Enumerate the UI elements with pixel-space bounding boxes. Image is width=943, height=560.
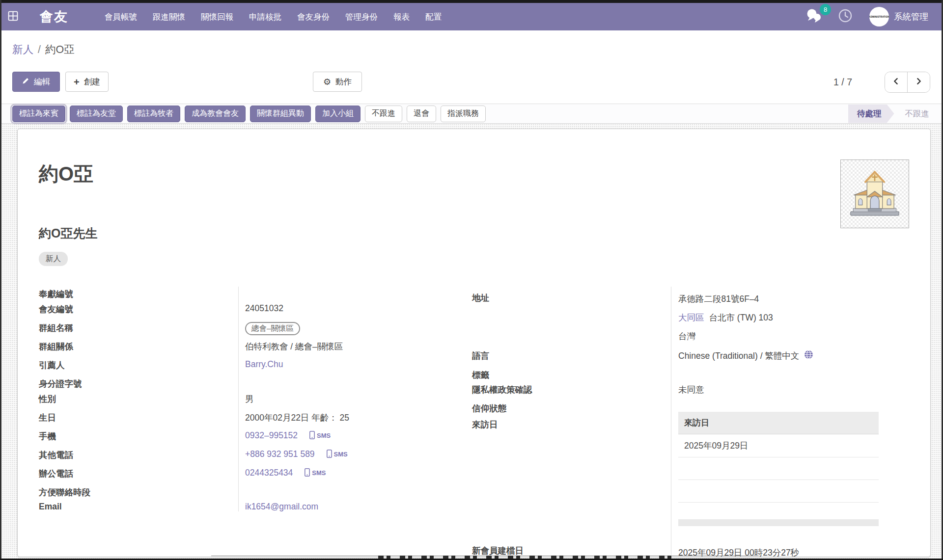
sms-label: SMS (312, 469, 326, 477)
main-menu: 會員帳號 跟進關懷 關懷回報 申請核批 會友身份 管理身份 報表 配置 (97, 3, 449, 30)
breadcrumb-separator: / (38, 44, 41, 55)
record-image[interactable] (840, 160, 909, 228)
assign-duty-button[interactable]: 指派職務 (441, 106, 486, 122)
field-row-email: Email ik1654@gmail.com (39, 502, 471, 520)
navbar-right: 8 ADMINISTRATION 系統管理 (805, 7, 928, 27)
send-sms-button[interactable]: SMS (305, 468, 326, 478)
window-edge-left (0, 0, 1, 560)
field-value: 伯特利教會 / 總會–關懷區 (245, 341, 343, 352)
field-label: 手機 (39, 430, 245, 442)
apps-grid-icon (8, 11, 18, 23)
chat-bubbles-icon (805, 16, 823, 25)
field-label: Email (39, 502, 245, 512)
leave-church-button[interactable]: 退會 (407, 106, 436, 122)
field-row-referrer: 引薦人 Barry.Chu (39, 359, 471, 378)
pager-next-button[interactable] (907, 72, 930, 92)
statusbar-actions: 標註為來賓 標註為友堂 標註為牧者 成為教會會友 關懷群組異動 加入小組 不跟進… (12, 106, 486, 122)
state-no-follow-up[interactable]: 不跟進 (905, 108, 930, 119)
user-avatar[interactable]: ADMINISTRATION (869, 7, 889, 27)
apps-menu-button[interactable] (8, 11, 18, 23)
district-link[interactable]: 大同區 (678, 312, 704, 323)
become-church-member-button[interactable]: 成為教會會友 (185, 106, 246, 122)
top-navbar: 會友 會員帳號 跟進關懷 關懷回報 申請核批 會友身份 管理身份 報表 配置 8 (0, 3, 943, 30)
field-label: 會友編號 (39, 303, 245, 315)
status-badge: 新人 (39, 252, 68, 266)
office-phone-link[interactable]: 0244325434 (245, 468, 293, 478)
messages-count-badge: 8 (820, 4, 831, 15)
other-phone-link[interactable]: +886 932 951 589 (245, 449, 315, 459)
menu-follow-up-care[interactable]: 跟進關懷 (145, 3, 193, 30)
mark-as-guest-button[interactable]: 標註為來賓 (12, 106, 65, 122)
care-group-change-button[interactable]: 關懷群組異動 (250, 106, 311, 122)
action-button[interactable]: ⚙ 動作 (313, 72, 362, 92)
email-link[interactable]: ik1654@gmail.com (245, 502, 318, 512)
privacy-label: 隱私權政策確認 (472, 384, 532, 396)
church-illustration-icon (847, 165, 902, 222)
clock-icon (838, 8, 853, 25)
pencil-icon (22, 77, 29, 86)
field-row-donation-number: 奉獻編號 (39, 288, 471, 303)
control-panel: 新人/約O亞 編輯 + 創建 ⚙ 動作 1 / 7 (0, 30, 943, 104)
send-sms-button[interactable]: SMS (309, 431, 331, 441)
referrer-link[interactable]: Barry.Chu (245, 359, 283, 370)
menu-settings[interactable]: 配置 (417, 3, 449, 30)
pager-counter: 1 / 7 (833, 77, 852, 88)
address-city-line: 大同區 台北市 (TW) 103 (678, 312, 773, 323)
field-value: 2000年02月22日 年齡： 25 (245, 412, 349, 424)
form-statusbar: 標註為來賓 標註為友堂 標註為牧者 成為教會會友 關懷群組異動 加入小組 不跟進… (0, 104, 943, 124)
menu-approvals[interactable]: 申請核批 (241, 3, 289, 30)
field-row-office-phone: 辦公電話 0244325434 SMS (39, 468, 471, 486)
menu-care-report[interactable]: 關懷回報 (193, 3, 241, 30)
statusbar-states: 待處理 不跟進 (848, 105, 929, 123)
visit-table-row-empty[interactable] (678, 480, 879, 503)
field-label: 群組名稱 (39, 322, 245, 334)
menu-member-identity[interactable]: 會友身份 (289, 3, 337, 30)
breadcrumb-parent-link[interactable]: 新人 (12, 44, 33, 55)
field-row-group-name: 群組名稱 總會–關懷區 (39, 322, 471, 341)
edit-button-label: 編輯 (34, 77, 50, 87)
field-label: 性別 (39, 393, 245, 405)
form-sheet: 約O亞 (17, 129, 931, 557)
mobile-phone-link[interactable]: 0932–995152 (245, 430, 298, 441)
tags-label: 標籤 (472, 369, 489, 381)
sms-label: SMS (317, 432, 331, 439)
sms-label: SMS (334, 451, 348, 458)
record-title: 約O亞 (39, 160, 93, 187)
join-small-group-button[interactable]: 加入小組 (315, 106, 361, 122)
field-row-mobile: 手機 0932–995152 SMS (39, 430, 471, 449)
menu-manage-identity[interactable]: 管理身份 (337, 3, 386, 30)
group-separator-right (671, 287, 671, 555)
form-view-background: 約O亞 (0, 124, 943, 560)
menu-reports[interactable]: 報表 (386, 3, 417, 30)
mark-as-friend-church-button[interactable]: 標註為友堂 (70, 106, 123, 122)
pager-previous-button[interactable] (885, 72, 907, 92)
faith-status-label: 信仰狀態 (472, 402, 506, 414)
create-button[interactable]: + 創建 (65, 72, 109, 92)
visit-table-header: 來訪日 (678, 412, 879, 434)
window-edge-top (0, 0, 943, 3)
visit-dates-table: 來訪日 2025年09月29日 (678, 412, 879, 526)
address-city-value: 台北市 (TW) 103 (709, 312, 773, 323)
group-tag-pill[interactable]: 總會–關懷區 (245, 322, 300, 335)
create-button-label: 創建 (84, 77, 100, 87)
edit-button[interactable]: 編輯 (12, 72, 60, 92)
visit-table-row-empty[interactable] (678, 457, 879, 480)
no-follow-up-button[interactable]: 不跟進 (365, 106, 402, 122)
activities-button[interactable] (838, 8, 853, 25)
breadcrumb-current: 約O亞 (45, 44, 75, 55)
gear-icon: ⚙ (323, 78, 331, 86)
user-menu[interactable]: 系統管理 (894, 11, 928, 23)
messages-button[interactable]: 8 (805, 8, 823, 25)
state-pending[interactable]: 待處理 (848, 105, 894, 123)
field-label: 辦公電話 (39, 468, 245, 480)
address-country-value: 台灣 (678, 330, 695, 342)
visit-table-row[interactable]: 2025年09月29日 (678, 434, 879, 457)
app-title[interactable]: 會友 (40, 8, 68, 26)
menu-member-accounts[interactable]: 會員帳號 (97, 3, 145, 30)
globe-icon[interactable] (804, 350, 813, 362)
send-sms-button[interactable]: SMS (327, 450, 348, 459)
address-label: 地址 (472, 292, 489, 304)
mobile-phone-icon (327, 450, 332, 459)
mark-as-shepherd-button[interactable]: 標註為牧者 (127, 106, 180, 122)
field-label: 引薦人 (39, 359, 245, 371)
